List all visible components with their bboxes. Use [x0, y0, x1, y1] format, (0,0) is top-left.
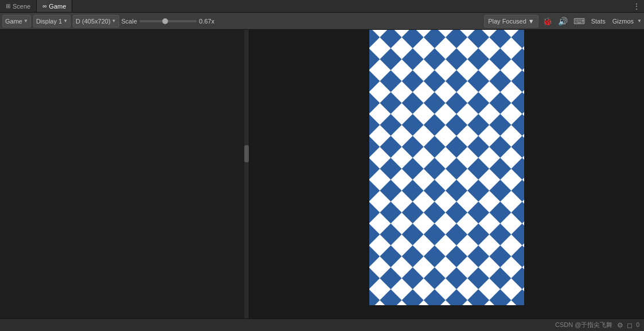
- gizmos-wrap: Gizmos ▼: [610, 17, 642, 26]
- status-bar: CSDN @于指尖飞舞 ⚙ ◻ 0: [0, 318, 644, 331]
- game-icon: ∞: [42, 3, 46, 9]
- bug-icon-button[interactable]: 🐞: [541, 17, 554, 26]
- status-icons: ⚙ ◻ 0: [617, 321, 639, 329]
- tab-game[interactable]: ∞ Game: [37, 0, 72, 12]
- layout-icon-button[interactable]: ⌨: [572, 17, 587, 26]
- scale-slider-thumb: [162, 18, 168, 24]
- scale-label: Scale: [122, 18, 138, 25]
- game-canvas: [369, 30, 524, 305]
- svg-rect-5: [369, 30, 524, 305]
- scale-slider[interactable]: [139, 20, 197, 22]
- tab-scene[interactable]: ⊞ Scene: [0, 0, 37, 12]
- resolution-dropdown-chevron: ▼: [112, 18, 116, 24]
- play-focused-label: Play Focused: [488, 18, 526, 25]
- play-focused-chevron: ▼: [528, 18, 534, 25]
- tab-bar: ⊞ Scene ∞ Game ⋮: [0, 0, 644, 13]
- gizmos-chevron: ▼: [637, 18, 642, 24]
- status-icon-2[interactable]: ◻: [627, 321, 633, 329]
- left-scrollbar-thumb: [244, 145, 249, 162]
- scale-value: 0.67x: [199, 18, 214, 25]
- checkerboard-pattern: [369, 30, 524, 305]
- status-icon-1[interactable]: ⚙: [617, 321, 623, 329]
- display-dropdown[interactable]: Display 1 ▼: [33, 15, 71, 28]
- scene-icon: ⊞: [6, 3, 10, 9]
- display-dropdown-chevron: ▼: [63, 18, 68, 24]
- stats-button[interactable]: Stats: [589, 17, 608, 26]
- gizmos-button[interactable]: Gizmos: [610, 17, 636, 26]
- display-dropdown-label: Display 1: [36, 18, 62, 25]
- game-dropdown-label: Game: [5, 18, 22, 25]
- main-area: [0, 30, 644, 318]
- audio-icon-button[interactable]: 🔊: [556, 17, 569, 26]
- resolution-dropdown[interactable]: D (405x720) ▼: [73, 15, 119, 28]
- scale-control: Scale 0.67x: [122, 18, 214, 25]
- tab-scene-label: Scene: [13, 3, 30, 10]
- tab-game-label: Game: [49, 3, 66, 10]
- toolbar: Game ▼ Display 1 ▼ D (405x720) ▼ Scale 0…: [0, 13, 644, 30]
- page-indicator: 0: [636, 322, 639, 328]
- resolution-dropdown-label: D (405x720): [76, 18, 111, 25]
- game-dropdown[interactable]: Game ▼: [2, 15, 31, 28]
- left-panel: [0, 30, 249, 318]
- toolbar-right: Play Focused ▼ 🐞 🔊 ⌨ Stats Gizmos ▼: [484, 15, 642, 28]
- game-dropdown-chevron: ▼: [24, 18, 28, 24]
- game-viewport: [249, 30, 644, 318]
- watermark-text: CSDN @于指尖飞舞: [555, 321, 612, 329]
- play-focused-button[interactable]: Play Focused ▼: [484, 15, 538, 28]
- left-scrollbar[interactable]: [244, 30, 249, 318]
- tab-more-button[interactable]: ⋮: [629, 2, 644, 11]
